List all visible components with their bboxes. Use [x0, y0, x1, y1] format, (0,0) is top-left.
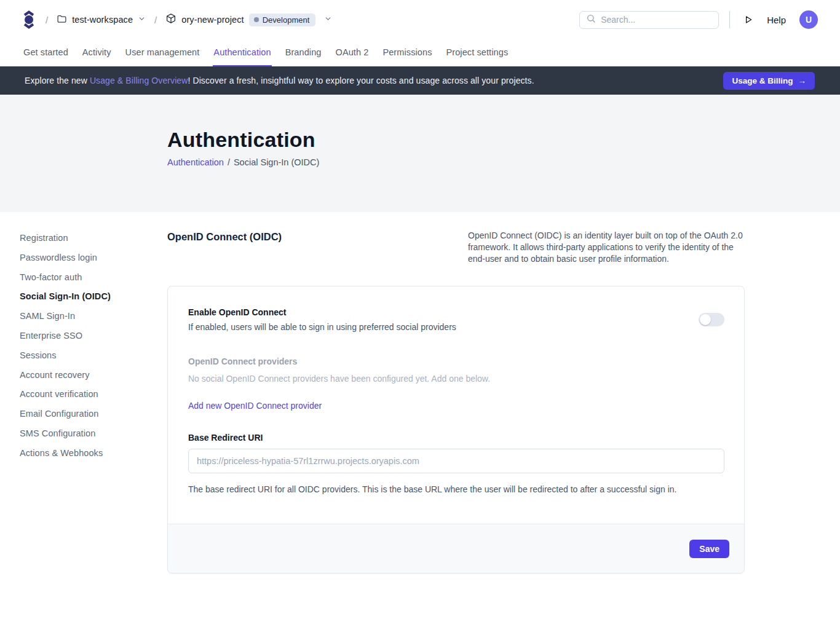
- sidebar-item-saml-sign-in[interactable]: SAML Sign-In: [20, 307, 167, 326]
- tab-user-management[interactable]: User management: [125, 39, 200, 66]
- topbar-divider: [729, 11, 730, 28]
- sidebar-item-sms-configuration[interactable]: SMS Configuration: [20, 424, 167, 444]
- environment-dot-icon: [254, 17, 259, 22]
- breadcrumb-separator: /: [228, 157, 230, 167]
- page-hero: Authentication Authentication / Social S…: [0, 95, 840, 212]
- settings-sidenav: Registration Passwordless login Two-fact…: [0, 212, 167, 573]
- card-footer: Save: [168, 524, 744, 573]
- tab-branding[interactable]: Branding: [285, 39, 322, 66]
- topbar-right: Help U: [579, 10, 818, 29]
- toggle-knob-icon: [700, 314, 711, 325]
- save-button[interactable]: Save: [689, 540, 729, 558]
- tab-permissions[interactable]: Permissions: [382, 39, 432, 66]
- breadcrumb-authentication-link[interactable]: Authentication: [167, 157, 224, 167]
- chevron-down-icon: [138, 14, 146, 25]
- section-description: OpenID Connect (OIDC) is an identity lay…: [468, 230, 745, 265]
- help-link[interactable]: Help: [767, 15, 786, 25]
- search-icon: [586, 14, 596, 26]
- play-icon[interactable]: [742, 14, 755, 26]
- sidebar-item-two-factor-auth[interactable]: Two-factor auth: [20, 268, 167, 288]
- enable-oidc-toggle[interactable]: [699, 313, 724, 326]
- sidebar-item-account-verification[interactable]: Account verification: [20, 385, 167, 404]
- enable-oidc-row: Enable OpenID Connect If enabled, users …: [188, 306, 724, 333]
- workspace-name: test-workspace: [72, 15, 133, 25]
- usage-billing-banner: Explore the new Usage & Billing Overview…: [0, 66, 840, 95]
- add-provider-link[interactable]: Add new OpenID Connect provider: [188, 400, 322, 412]
- ory-logo-icon[interactable]: [21, 10, 37, 30]
- page-title: Authentication: [167, 128, 840, 152]
- search-input[interactable]: [601, 15, 712, 25]
- cube-icon: [165, 13, 176, 26]
- project-name: ory-new-project: [181, 15, 244, 25]
- base-redirect-uri-help: The base redirect URI for all OIDC provi…: [188, 483, 724, 495]
- sidebar-item-enterprise-sso[interactable]: Enterprise SSO: [20, 326, 167, 346]
- project-nav-tabs: Get started Activity User management Aut…: [0, 39, 840, 66]
- banner-text: Explore the new Usage & Billing Overview…: [25, 76, 534, 85]
- sidebar-item-sessions[interactable]: Sessions: [20, 346, 167, 366]
- sidebar-item-account-recovery[interactable]: Account recovery: [20, 366, 167, 385]
- tab-authentication[interactable]: Authentication: [213, 39, 271, 66]
- breadcrumb-separator: /: [46, 15, 48, 25]
- breadcrumb-current: Social Sign-In (OIDC): [234, 157, 319, 167]
- chevron-down-icon: [324, 14, 332, 25]
- base-redirect-uri-input[interactable]: [188, 449, 724, 473]
- sidebar-item-actions-webhooks[interactable]: Actions & Webhooks: [20, 444, 167, 463]
- sidebar-item-social-sign-in[interactable]: Social Sign-In (OIDC): [20, 287, 167, 307]
- enable-oidc-texts: Enable OpenID Connect If enabled, users …: [188, 306, 699, 333]
- card-body: Enable OpenID Connect If enabled, users …: [168, 286, 744, 524]
- environment-badge: Development: [249, 14, 316, 26]
- arrow-right-icon: →: [798, 76, 807, 85]
- section-header: OpenID Connect (OIDC) OpenID Connect (OI…: [167, 230, 745, 265]
- tab-activity[interactable]: Activity: [82, 39, 112, 66]
- providers-section-label: OpenID Connect providers: [188, 355, 724, 368]
- sidebar-item-passwordless-login[interactable]: Passwordless login: [20, 248, 167, 268]
- enable-oidc-label: Enable OpenID Connect: [188, 306, 699, 318]
- breadcrumb-separator: /: [154, 15, 157, 25]
- usage-billing-button[interactable]: Usage & Billing →: [723, 72, 815, 90]
- providers-empty-text: No social OpenID Connect providers have …: [188, 372, 724, 385]
- sidebar-item-registration[interactable]: Registration: [20, 229, 167, 248]
- top-header: / test-workspace /: [0, 0, 840, 39]
- tab-get-started[interactable]: Get started: [23, 39, 69, 66]
- oidc-settings-card: Enable OpenID Connect If enabled, users …: [167, 286, 745, 573]
- user-avatar[interactable]: U: [799, 10, 818, 29]
- usage-billing-overview-link[interactable]: Usage & Billing Overview: [90, 76, 188, 85]
- main-panel: OpenID Connect (OIDC) OpenID Connect (OI…: [167, 212, 745, 573]
- enable-oidc-description: If enabled, users will be able to sign i…: [188, 321, 699, 333]
- sidebar-item-email-configuration[interactable]: Email Configuration: [20, 404, 167, 424]
- base-redirect-uri-label: Base Redirect URI: [188, 431, 724, 444]
- tab-project-settings[interactable]: Project settings: [446, 39, 509, 66]
- page: / test-workspace /: [0, 0, 840, 638]
- workspace-selector[interactable]: test-workspace: [57, 14, 146, 26]
- breadcrumb: Authentication / Social Sign-In (OIDC): [167, 157, 840, 167]
- tab-oauth2[interactable]: OAuth 2: [335, 39, 370, 66]
- folder-icon: [57, 14, 67, 26]
- section-title: OpenID Connect (OIDC): [167, 230, 282, 243]
- project-selector[interactable]: ory-new-project Development: [165, 13, 332, 26]
- content-area: Registration Passwordless login Two-fact…: [0, 212, 840, 610]
- search-box[interactable]: [579, 11, 719, 29]
- workspace-breadcrumb: / test-workspace /: [21, 10, 332, 30]
